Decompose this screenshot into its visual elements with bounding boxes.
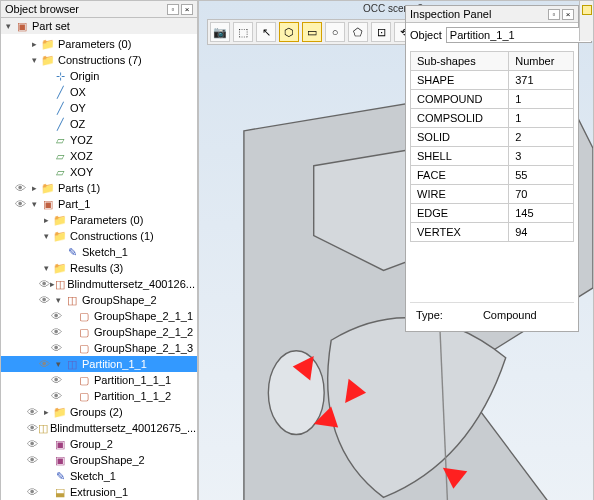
tree-item[interactable]: ╱OY xyxy=(1,100,197,116)
tree-item[interactable]: 👁◫Blindmuttersetz_40012675_... xyxy=(1,420,197,436)
viewport-3d[interactable]: OCC scene:3 - 📷 ⬚ ↖ ⬡ ▭ ○ ⬠ ⊡ ⟲ xyxy=(198,0,594,500)
tree-item-label: Extrusion_1 xyxy=(70,486,128,498)
tree-item-label: XOY xyxy=(70,166,93,178)
tree-item-label: Partition_1_1_2 xyxy=(94,390,171,402)
tree-item[interactable]: ▸📁Parameters (0) xyxy=(1,212,197,228)
visibility-icon[interactable]: 👁 xyxy=(27,422,38,434)
tree-item-label: Part_1 xyxy=(58,198,90,210)
tree-item[interactable]: ▱YOZ xyxy=(1,132,197,148)
object-label: Object xyxy=(410,29,442,41)
tree-root[interactable]: ▾ ▣ Part set xyxy=(1,18,197,34)
tree-item[interactable]: ▸📁Parameters (0) xyxy=(1,36,197,52)
visibility-icon[interactable]: 👁 xyxy=(15,182,29,194)
tree-item[interactable]: 👁▸◫Blindmuttersetz_400126... xyxy=(1,276,197,292)
tree-item[interactable]: 👁▢Partition_1_1_2 xyxy=(1,388,197,404)
tree-item[interactable]: 👁⬓Extrusion_1 xyxy=(1,484,197,500)
tree-item[interactable]: ╱OX xyxy=(1,84,197,100)
viewport-toolbar: 📷 ⬚ ↖ ⬡ ▭ ○ ⬠ ⊡ ⟲ xyxy=(207,19,417,45)
tree-item-label: Sketch_1 xyxy=(82,246,128,258)
tree-item-label: XOZ xyxy=(70,150,93,162)
tree-item-label: GroupShape_2 xyxy=(82,294,157,306)
tree-item-label: OY xyxy=(70,102,86,114)
fit-icon[interactable]: ⊡ xyxy=(371,22,391,42)
tree-item[interactable]: 👁▢GroupShape_2_1_1 xyxy=(1,308,197,324)
tool-icon[interactable] xyxy=(582,5,592,15)
tree-item[interactable]: ╱OZ xyxy=(1,116,197,132)
table-row: COMPSOLID1 xyxy=(411,109,574,128)
inspection-title: Inspection Panel xyxy=(410,8,491,20)
visibility-icon[interactable]: 👁 xyxy=(27,438,41,450)
tree-item[interactable]: ▱XOZ xyxy=(1,148,197,164)
visibility-icon[interactable]: 👁 xyxy=(27,486,41,498)
object-browser-panel: Object browser ▫ × ▾ ▣ Part set ▸📁Parame… xyxy=(0,0,198,500)
tree-item-label: Blindmuttersetz_400126... xyxy=(67,278,195,290)
table-row: EDGE145 xyxy=(411,204,574,223)
tree-item-label: Parts (1) xyxy=(58,182,100,194)
poly-icon[interactable]: ⬠ xyxy=(348,22,368,42)
object-browser-title: Object browser xyxy=(5,3,79,15)
tree-item-label: GroupShape_2 xyxy=(70,454,145,466)
dock-icon[interactable]: ▫ xyxy=(548,9,560,20)
visibility-icon[interactable]: 👁 xyxy=(51,374,65,386)
tree-item[interactable]: 👁▢Partition_1_1_1 xyxy=(1,372,197,388)
tree-item[interactable]: 👁▸📁Parts (1) xyxy=(1,180,197,196)
tree-item-label: Partition_1_1 xyxy=(82,358,147,370)
polyline-sel-icon[interactable]: ⬡ xyxy=(279,22,299,42)
tree-item[interactable]: 👁▣GroupShape_2 xyxy=(1,452,197,468)
tree-item-label: GroupShape_2_1_2 xyxy=(94,326,193,338)
tree-item[interactable]: ▾📁Constructions (1) xyxy=(1,228,197,244)
tree-item[interactable]: 👁▾◫Partition_1_1 xyxy=(1,356,197,372)
col-subshapes: Sub-shapes xyxy=(411,52,509,71)
tree-item-label: OZ xyxy=(70,118,85,130)
tree-item-label: OX xyxy=(70,86,86,98)
visibility-icon[interactable]: 👁 xyxy=(39,358,53,370)
tree-item-label: Parameters (0) xyxy=(58,38,131,50)
inspection-panel: Inspection Panel ▫ × Object Sub-shapes N… xyxy=(405,5,579,332)
tree-item-label: Constructions (7) xyxy=(58,54,142,66)
tree-item[interactable]: 👁▸📁Groups (2) xyxy=(1,404,197,420)
table-row: SOLID2 xyxy=(411,128,574,147)
subshapes-table: Sub-shapes Number SHAPE371COMPOUND1COMPS… xyxy=(410,51,574,242)
tree-item-label: Results (3) xyxy=(70,262,123,274)
visibility-icon[interactable]: 👁 xyxy=(51,310,65,322)
close-icon[interactable]: × xyxy=(181,4,193,15)
visibility-icon[interactable]: 👁 xyxy=(51,326,65,338)
tree-item[interactable]: ▾📁Results (3) xyxy=(1,260,197,276)
tree-item[interactable]: ▾📁Constructions (7) xyxy=(1,52,197,68)
type-value: Compound xyxy=(483,309,537,321)
tree-item[interactable]: 👁▢GroupShape_2_1_2 xyxy=(1,324,197,340)
tree-item[interactable]: 👁▾◫GroupShape_2 xyxy=(1,292,197,308)
tree-item[interactable]: ⊹Origin xyxy=(1,68,197,84)
rect-sel-icon[interactable]: ▭ xyxy=(302,22,322,42)
tree-item[interactable]: ▱XOY xyxy=(1,164,197,180)
table-row: COMPOUND1 xyxy=(411,90,574,109)
visibility-icon[interactable]: 👁 xyxy=(27,454,41,466)
visibility-icon[interactable]: 👁 xyxy=(39,278,50,290)
circle-sel-icon[interactable]: ○ xyxy=(325,22,345,42)
dock-icon[interactable]: ▫ xyxy=(167,4,179,15)
tree-item[interactable]: 👁▢GroupShape_2_1_3 xyxy=(1,340,197,356)
tree-item[interactable]: 👁▾▣Part_1 xyxy=(1,196,197,212)
visibility-icon[interactable]: 👁 xyxy=(51,342,65,354)
close-icon[interactable]: × xyxy=(562,9,574,20)
visibility-icon[interactable]: 👁 xyxy=(15,198,29,210)
visibility-icon[interactable]: 👁 xyxy=(51,390,65,402)
cursor-icon[interactable]: ↖ xyxy=(256,22,276,42)
tree-item-label: Partition_1_1_1 xyxy=(94,374,171,386)
table-row: SHELL3 xyxy=(411,147,574,166)
table-row: VERTEX94 xyxy=(411,223,574,242)
tree-item[interactable]: ✎Sketch_1 xyxy=(1,244,197,260)
tree-item[interactable]: ✎Sketch_1 xyxy=(1,468,197,484)
interact-icon[interactable]: ⬚ xyxy=(233,22,253,42)
object-tree[interactable]: ▸📁Parameters (0)▾📁Constructions (7)⊹Orig… xyxy=(1,34,197,500)
type-label: Type: xyxy=(416,309,443,321)
col-number: Number xyxy=(509,52,574,71)
tree-item[interactable]: 👁▣Group_2 xyxy=(1,436,197,452)
dump-icon[interactable]: 📷 xyxy=(210,22,230,42)
tree-item-label: Blindmuttersetz_40012675_... xyxy=(50,422,196,434)
tree-item-label: GroupShape_2_1_3 xyxy=(94,342,193,354)
object-input[interactable] xyxy=(446,27,592,43)
visibility-icon[interactable]: 👁 xyxy=(27,406,41,418)
visibility-icon[interactable]: 👁 xyxy=(39,294,53,306)
tree-item-label: Group_2 xyxy=(70,438,113,450)
